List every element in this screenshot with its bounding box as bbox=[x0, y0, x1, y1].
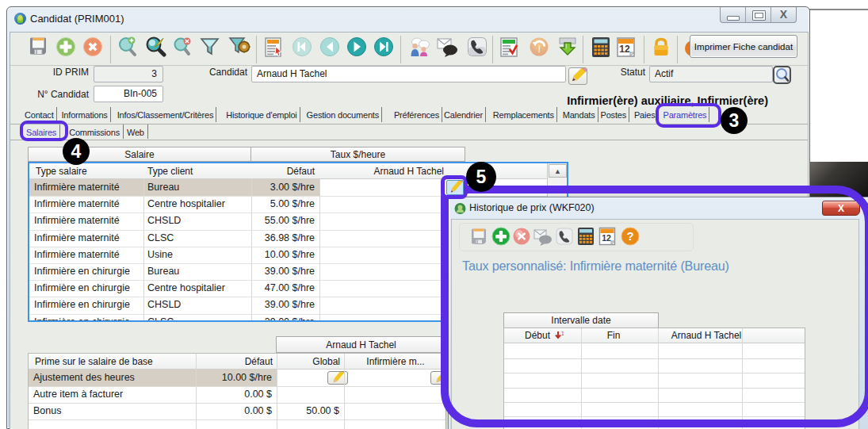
svg-text:12: 12 bbox=[619, 44, 630, 55]
